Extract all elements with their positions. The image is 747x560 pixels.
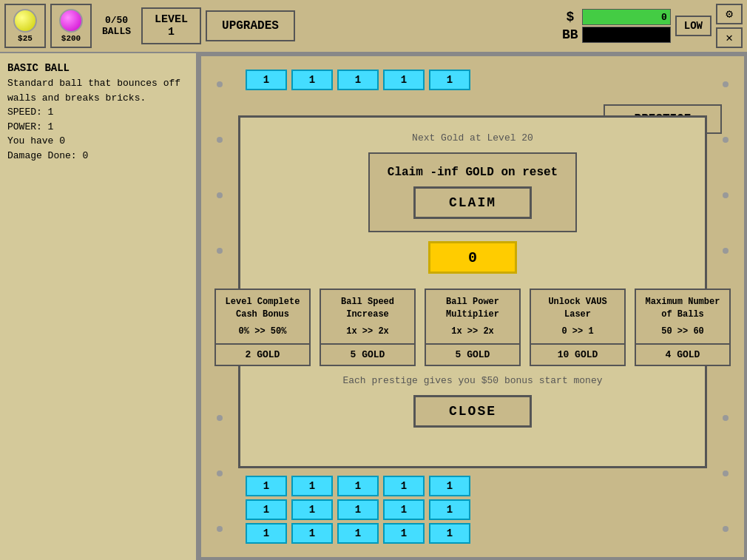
bb-row: BB 0 — [561, 27, 671, 43]
ball2-button[interactable]: $200 — [50, 4, 92, 48]
level-value: 1 — [155, 26, 188, 38]
left-panel: BASIC BALL Standard ball that bounces of… — [0, 53, 198, 560]
brick: 1 — [429, 70, 470, 90]
close-button[interactable]: CLOSE — [413, 395, 532, 428]
border-pip — [217, 248, 223, 254]
brick: 1 — [291, 476, 333, 496]
settings-panel: ⚙ ✕ — [716, 4, 743, 48]
upgrade-card[interactable]: Level Complete Cash Bonus 0% >> 50% 2 GO… — [214, 289, 311, 366]
upgrade-detail: 0% >> 50% — [222, 325, 303, 338]
brick: 1 — [246, 476, 287, 496]
upgrade-detail: 1x >> 2x — [432, 325, 513, 338]
sound-button[interactable]: ✕ — [716, 27, 743, 48]
brick: 1 — [337, 499, 379, 520]
border-pip — [723, 526, 729, 532]
money-row: $ 0 — [561, 9, 671, 25]
money-bar-fill — [583, 10, 670, 24]
bb-bar: 0 — [582, 27, 671, 43]
top-bricks-row: 11111 — [246, 70, 470, 90]
brick: 1 — [291, 499, 333, 520]
ball-damage: Damage Done: 0 — [7, 149, 189, 163]
upgrade-cards: Level Complete Cash Bonus 0% >> 50% 2 GO… — [214, 289, 731, 366]
border-pip — [217, 470, 223, 476]
brick: 1 — [246, 70, 287, 90]
upgrades-label: UPGRADES — [222, 19, 279, 33]
brick: 1 — [246, 523, 287, 544]
border-pip — [217, 526, 223, 532]
balls-current: 0 — [105, 15, 111, 26]
gold-display: 0 — [428, 241, 517, 274]
brick: 1 — [246, 499, 287, 520]
upgrade-card[interactable]: Unlock VAUS Laser 0 >> 1 10 GOLD — [530, 289, 626, 366]
border-pip — [723, 192, 729, 198]
upgrade-card[interactable]: Ball Speed Increase 1x >> 2x 5 GOLD — [320, 289, 416, 366]
upgrade-cost: 10 GOLD — [531, 343, 624, 365]
next-gold-label: Next Gold at Level 20 — [412, 132, 533, 144]
brick-row: 11111 — [246, 476, 470, 496]
border-pip — [723, 415, 729, 421]
ball-speed: SPEED: 1 — [7, 105, 189, 120]
upgrade-cost: 5 GOLD — [426, 343, 519, 365]
brick: 1 — [383, 70, 425, 90]
bb-label: BB — [561, 27, 579, 42]
upgrade-card[interactable]: Maximum Number of Balls 50 >> 60 4 GOLD — [635, 289, 731, 366]
money-bar: 0 — [582, 9, 671, 25]
border-pip — [723, 248, 729, 254]
claim-box: Claim -inf GOLD on reset CLAIM — [368, 152, 577, 232]
balls-max: 50 — [117, 15, 129, 26]
border-pip — [723, 470, 729, 476]
prestige-overlay: Next Gold at Level 20 Claim -inf GOLD on… — [238, 115, 707, 468]
brick: 1 — [429, 523, 470, 544]
upgrade-card[interactable]: Ball Power Multiplier 1x >> 2x 5 GOLD — [425, 289, 521, 366]
upgrade-detail: 50 >> 60 — [642, 325, 723, 338]
ball2-icon — [59, 9, 83, 33]
upgrade-detail: 0 >> 1 — [537, 325, 618, 338]
quality-label: LOW — [684, 20, 703, 32]
upgrades-button[interactable]: UPGRADES — [206, 10, 295, 41]
upgrade-title: Unlock VAUS Laser — [537, 296, 618, 321]
ball-title: BASIC BALL — [7, 61, 189, 76]
border-pip — [217, 137, 223, 143]
upgrade-title: Level Complete Cash Bonus — [222, 296, 303, 321]
ball1-button[interactable]: $25 — [4, 4, 46, 48]
ball-have: You have 0 — [7, 134, 189, 149]
upgrade-card-body: Unlock VAUS Laser 0 >> 1 — [531, 290, 624, 343]
brick-row: 11111 — [246, 523, 470, 544]
balls-counter: 0/50 BALLS — [102, 15, 131, 37]
game-area: 11111 PRESTIGE Next Gold at Level 20 Cla… — [198, 53, 747, 560]
money-panel: $ 0 BB 0 — [561, 9, 671, 43]
gear-button[interactable]: ⚙ — [716, 4, 743, 24]
money-symbol: $ — [561, 10, 579, 24]
upgrade-cost: 2 GOLD — [216, 343, 309, 365]
border-pip — [217, 81, 223, 87]
brick-row: 11111 — [246, 499, 470, 520]
bottom-bricks: 111111111111111 — [246, 476, 470, 544]
upgrade-card-body: Ball Power Multiplier 1x >> 2x — [426, 290, 519, 343]
upgrade-cost: 5 GOLD — [321, 343, 414, 365]
brick: 1 — [383, 499, 425, 520]
brick: 1 — [383, 523, 425, 544]
upgrade-title: Ball Speed Increase — [327, 296, 408, 321]
sound-icon: ✕ — [726, 30, 733, 45]
brick: 1 — [429, 476, 470, 496]
gold-value: 0 — [468, 249, 477, 266]
brick: 1 — [291, 523, 333, 544]
upgrade-card-body: Level Complete Cash Bonus 0% >> 50% — [216, 290, 309, 343]
brick: 1 — [383, 476, 425, 496]
brick: 1 — [337, 70, 379, 90]
border-pip — [723, 81, 729, 87]
upgrade-cost: 4 GOLD — [636, 343, 729, 365]
top-bar: $25 $200 0/50 BALLS LEVEL 1 UPGRADES $ 0… — [0, 0, 747, 53]
brick: 1 — [337, 523, 379, 544]
brick: 1 — [337, 476, 379, 496]
border-pip — [723, 137, 729, 143]
claim-button[interactable]: CLAIM — [413, 186, 532, 219]
upgrade-title: Maximum Number of Balls — [642, 296, 723, 321]
claim-btn-label: CLAIM — [449, 195, 496, 210]
ball-power: POWER: 1 — [7, 120, 189, 135]
ball1-icon — [13, 9, 37, 33]
upgrade-detail: 1x >> 2x — [327, 325, 408, 338]
bb-value: 0 — [661, 30, 667, 41]
border-pip — [217, 415, 223, 421]
claim-text: Claim -inf GOLD on reset — [388, 166, 558, 179]
